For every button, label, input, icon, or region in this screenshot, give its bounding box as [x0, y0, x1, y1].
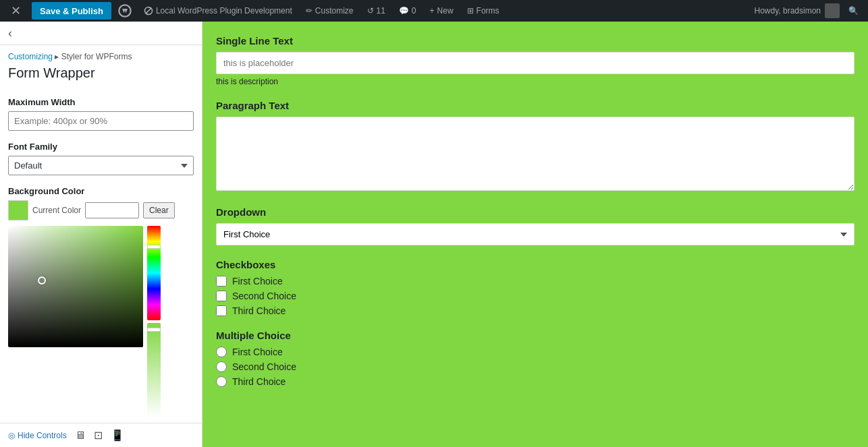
preview-area: Single Line Text this is description Par…	[202, 22, 868, 447]
forms-icon: ⊞	[467, 6, 474, 16]
color-sliders	[147, 226, 161, 417]
avatar	[825, 3, 840, 18]
radio-row-1: First Choice	[216, 347, 855, 357]
font-family-section: Font Family Default Arial Georgia	[8, 142, 194, 175]
radio-label-3: Third Choice	[232, 376, 286, 387]
hide-controls-button[interactable]: ◎ Hide Controls	[8, 431, 67, 440]
checkboxes-group: Checkboxes First Choice Second Choice Th…	[216, 259, 855, 316]
checkbox-2[interactable]	[216, 291, 227, 301]
max-width-label: Maximum Width	[8, 97, 194, 107]
max-width-input[interactable]	[8, 111, 194, 131]
hide-controls-label: Hide Controls	[18, 431, 67, 440]
color-gradient[interactable]	[8, 226, 143, 347]
breadcrumb-separator: ▸	[53, 52, 61, 61]
close-button[interactable]: ✕	[5, 0, 26, 22]
checkbox-label-1: First Choice	[232, 276, 283, 287]
max-width-section: Maximum Width	[8, 97, 194, 131]
checkbox-1[interactable]	[216, 276, 227, 287]
admin-bar: ✕ Save & Publish Local WordPress Plugin …	[0, 0, 868, 22]
new-label: New	[437, 6, 454, 16]
radio-row-2: Second Choice	[216, 361, 855, 372]
comments-label: 0	[412, 6, 416, 16]
color-row: Current Color #81d742| Clear	[8, 200, 194, 220]
color-picker	[8, 226, 194, 417]
radio-2[interactable]	[216, 361, 227, 372]
counter-label: 11	[377, 6, 385, 16]
desktop-icon[interactable]: 🖥	[75, 429, 86, 442]
comments-icon: 💬	[399, 6, 409, 16]
howdy-section: Howdy, bradsimon 🔍	[755, 0, 863, 22]
clear-button[interactable]: Clear	[143, 202, 175, 218]
hue-slider[interactable]	[147, 226, 161, 320]
breadcrumb: Customizing ▸ Styler for WPForms	[0, 45, 202, 64]
wp-logo-icon[interactable]	[114, 0, 136, 22]
current-color-label: Current Color	[32, 206, 81, 215]
counter-icon: ↺	[367, 6, 374, 16]
dropdown-select[interactable]: First Choice Second Choice Third Choice	[216, 223, 855, 245]
forms-label: Forms	[477, 6, 499, 16]
checkboxes-label: Checkboxes	[216, 259, 855, 270]
hue-thumb	[147, 245, 161, 249]
page-title: Form Wrapper	[0, 64, 202, 89]
opacity-thumb	[147, 328, 161, 332]
multiple-choice-label: Multiple Choice	[216, 330, 855, 341]
customize-icon: ✏	[306, 6, 313, 16]
font-family-select[interactable]: Default Arial Georgia	[8, 156, 194, 175]
radio-3[interactable]	[216, 376, 227, 387]
bg-color-section: Background Color Current Color #81d742| …	[8, 186, 194, 423]
customize-item[interactable]: ✏ Customize	[300, 0, 359, 22]
multiple-choice-group: Multiple Choice First Choice Second Choi…	[216, 330, 855, 387]
sidebar: ‹ Customizing ▸ Styler for WPForms Form …	[0, 22, 202, 447]
checkbox-label-3: Third Choice	[232, 305, 286, 316]
main-layout: ‹ Customizing ▸ Styler for WPForms Form …	[0, 22, 868, 447]
new-item[interactable]: + New	[425, 0, 459, 22]
save-publish-button[interactable]: Save & Publish	[32, 2, 111, 20]
search-icon[interactable]: 🔍	[844, 0, 863, 22]
color-crosshair	[38, 276, 46, 285]
single-line-text-description: this is description	[216, 77, 855, 86]
forms-item[interactable]: ⊞ Forms	[462, 0, 505, 22]
hide-controls-icon: ◎	[8, 431, 15, 440]
radio-1[interactable]	[216, 347, 227, 357]
paragraph-text-label: Paragraph Text	[216, 100, 855, 111]
paragraph-text-group: Paragraph Text	[216, 100, 855, 193]
back-button[interactable]: ‹	[8, 27, 12, 39]
checkbox-3[interactable]	[216, 305, 227, 316]
howdy-label: Howdy, bradsimon	[755, 6, 821, 16]
dropdown-label: Dropdown	[216, 206, 855, 218]
checkbox-row-2: Second Choice	[216, 291, 855, 301]
radio-label-1: First Choice	[232, 347, 283, 357]
opacity-slider[interactable]	[147, 323, 161, 417]
mobile-icon[interactable]: 📱	[111, 429, 124, 442]
checkbox-row-3: Third Choice	[216, 305, 855, 316]
color-hex-input[interactable]: #81d742|	[85, 202, 139, 218]
customize-label: Customize	[315, 6, 354, 16]
form-container: Single Line Text this is description Par…	[202, 22, 868, 447]
paragraph-text-input[interactable]	[216, 117, 855, 191]
breadcrumb-root[interactable]: Customizing	[8, 52, 53, 61]
single-line-text-label: Single Line Text	[216, 35, 855, 47]
checkbox-label-2: Second Choice	[232, 291, 296, 301]
counter-item[interactable]: ↺ 11	[362, 0, 391, 22]
svg-point-0	[119, 5, 131, 17]
radio-row-3: Third Choice	[216, 376, 855, 387]
site-name-item[interactable]: Local WordPress Plugin Development	[138, 0, 298, 22]
tablet-icon[interactable]: ⊡	[94, 429, 103, 442]
sidebar-topbar: ‹	[0, 22, 202, 45]
single-line-text-input[interactable]	[216, 52, 855, 74]
dropdown-group: Dropdown First Choice Second Choice Thir…	[216, 206, 855, 245]
comments-item[interactable]: 💬 0	[394, 0, 422, 22]
preview-frame: Single Line Text this is description Par…	[202, 22, 868, 447]
color-swatch[interactable]	[8, 200, 28, 220]
site-label: Local WordPress Plugin Development	[156, 6, 292, 16]
sidebar-bottom: ◎ Hide Controls 🖥 ⊡ 📱	[0, 423, 202, 447]
single-line-text-group: Single Line Text this is description	[216, 35, 855, 86]
bg-color-label: Background Color	[8, 186, 194, 196]
new-icon: +	[430, 6, 435, 16]
checkbox-row-1: First Choice	[216, 276, 855, 287]
sidebar-content: Maximum Width Font Family Default Arial …	[0, 89, 202, 423]
radio-label-2: Second Choice	[232, 361, 296, 372]
breadcrumb-parent: Styler for WPForms	[61, 52, 132, 61]
font-family-label: Font Family	[8, 142, 194, 152]
